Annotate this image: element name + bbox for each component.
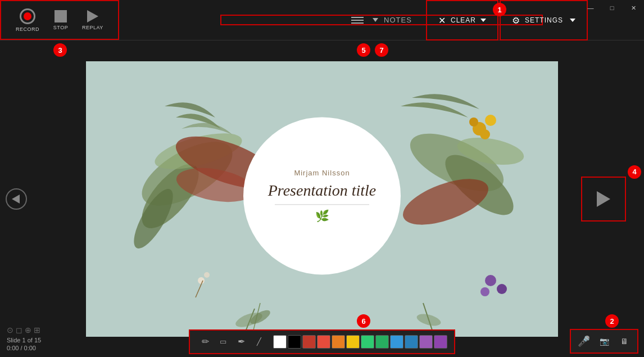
badge-3: 3 xyxy=(53,43,67,57)
camera-button[interactable]: 📷 xyxy=(595,332,614,350)
icon-1[interactable]: ⊙ xyxy=(7,326,13,335)
notes-icon xyxy=(351,17,364,24)
toolbar: — □ ✕ RECORD STOP REPLAY xyxy=(0,0,644,40)
color-lightgreen[interactable] xyxy=(361,335,374,349)
svg-point-11 xyxy=(485,115,496,126)
time-info: 0:00 / 0:00 xyxy=(7,345,36,351)
media-controls: 🎤 📷 🖥 xyxy=(570,329,638,354)
slide-author: Mirjam Nilsson xyxy=(294,169,350,177)
stop-label: STOP xyxy=(53,25,68,30)
svg-point-12 xyxy=(469,118,478,126)
badge-6: 6 xyxy=(357,314,370,328)
color-black[interactable] xyxy=(288,335,301,349)
settings-label: SETTINGS xyxy=(525,16,563,24)
notes-line-2 xyxy=(351,20,364,21)
svg-point-13 xyxy=(480,129,490,139)
color-yellow[interactable] xyxy=(346,335,360,349)
color-purple[interactable] xyxy=(419,335,433,349)
screen-button[interactable]: 🖥 xyxy=(615,332,634,350)
color-white[interactable] xyxy=(273,335,287,349)
record-dot xyxy=(24,12,31,20)
slide-title: Presentation title xyxy=(257,182,388,200)
marker-tool-button[interactable]: ✒ xyxy=(233,333,250,350)
replay-icon xyxy=(87,10,98,22)
clear-x-icon: ✕ xyxy=(438,15,446,26)
prev-arrow-icon xyxy=(12,195,20,204)
color-orange[interactable] xyxy=(332,335,345,349)
record-controls: RECORD STOP REPLAY xyxy=(0,0,119,40)
slide-divider xyxy=(275,204,369,205)
slide-leaf-icon: 🌿 xyxy=(315,209,329,223)
icon-3[interactable]: ⊕ xyxy=(25,326,31,335)
icon-4[interactable]: ⊞ xyxy=(34,326,40,335)
toolbar-right: 1 ✕ CLEAR ⚙ SETTINGS xyxy=(426,0,588,40)
record-label: RECORD xyxy=(16,26,39,32)
color-lightblue[interactable] xyxy=(390,335,403,349)
badge-1: 1 xyxy=(493,3,506,16)
pen-tool-button[interactable]: ✏ xyxy=(197,333,214,350)
badge-4: 4 xyxy=(628,165,641,179)
settings-button[interactable]: ⚙ SETTINGS xyxy=(500,0,588,40)
color-green[interactable] xyxy=(375,335,389,349)
color-darkred[interactable] xyxy=(302,335,316,349)
record-button[interactable]: RECORD xyxy=(10,5,45,35)
bottom-left-icons: ⊙ ◻ ⊕ ⊞ xyxy=(7,326,40,335)
settings-chevron-icon xyxy=(570,19,575,22)
slide-title-circle: Mirjam Nilsson Presentation title 🌿 xyxy=(243,117,401,274)
slide-info: Slide 1 of 15 xyxy=(7,337,41,344)
badge-5: 5 xyxy=(357,43,370,57)
clear-label: CLEAR xyxy=(451,16,476,24)
clear-chevron-icon xyxy=(480,19,486,22)
replay-button[interactable]: REPLAY xyxy=(76,7,109,34)
minimize-button[interactable]: — xyxy=(580,0,601,16)
record-icon xyxy=(20,8,35,24)
color-red[interactable] xyxy=(317,335,330,349)
prev-slide-button[interactable] xyxy=(6,188,27,210)
notes-line-1 xyxy=(351,17,364,18)
slide-container: Mirjam Nilsson Presentation title 🌿 xyxy=(86,61,558,337)
svg-point-25 xyxy=(415,311,442,328)
bottom-toolbar: 6 ✏ ▭ ✒ ╱ xyxy=(81,326,563,357)
gear-icon: ⚙ xyxy=(512,15,520,26)
svg-point-14 xyxy=(485,275,496,286)
svg-point-18 xyxy=(204,272,210,278)
window-controls: — □ ✕ xyxy=(580,0,644,16)
microphone-button[interactable]: 🎤 xyxy=(574,332,593,350)
left-panel: ⊙ ◻ ⊕ ⊞ Slide 1 of 15 0:00 / 0:00 xyxy=(0,40,81,357)
color-darkpurple[interactable] xyxy=(434,335,447,349)
slide-area: 5 7 xyxy=(81,40,563,357)
eraser-tool-button[interactable]: ▭ xyxy=(215,333,232,350)
svg-point-15 xyxy=(497,284,507,294)
badge-2: 2 xyxy=(605,314,619,328)
next-slide-button[interactable] xyxy=(581,177,626,222)
right-panel: 4 2 🎤 📷 🖥 xyxy=(563,40,644,357)
stop-icon xyxy=(55,10,67,22)
next-arrow-icon xyxy=(597,191,610,207)
maximize-button[interactable]: □ xyxy=(601,0,623,16)
svg-point-17 xyxy=(198,277,205,284)
close-button[interactable]: ✕ xyxy=(623,0,644,16)
highlighter-tool-button[interactable]: ╱ xyxy=(251,333,267,350)
slide-background: Mirjam Nilsson Presentation title 🌿 xyxy=(86,61,558,337)
stop-button[interactable]: STOP xyxy=(47,7,74,34)
notes-button[interactable]: NOTES xyxy=(351,16,412,24)
badge-7: 7 xyxy=(375,43,388,57)
drawing-tools: ✏ ▭ ✒ ╱ xyxy=(189,329,455,354)
main-area: 3 ⊙ ◻ ⊕ ⊞ Slide 1 of 15 0:00 / 0:00 5 7 xyxy=(0,40,644,357)
notes-line-3 xyxy=(351,22,364,24)
icon-2[interactable]: ◻ xyxy=(16,326,22,335)
svg-point-16 xyxy=(480,287,489,296)
color-blue[interactable] xyxy=(405,335,418,349)
replay-label: REPLAY xyxy=(82,25,103,30)
clear-button[interactable]: ✕ CLEAR xyxy=(426,0,498,40)
notes-chevron-icon xyxy=(373,18,378,22)
notes-label: NOTES xyxy=(384,16,412,24)
